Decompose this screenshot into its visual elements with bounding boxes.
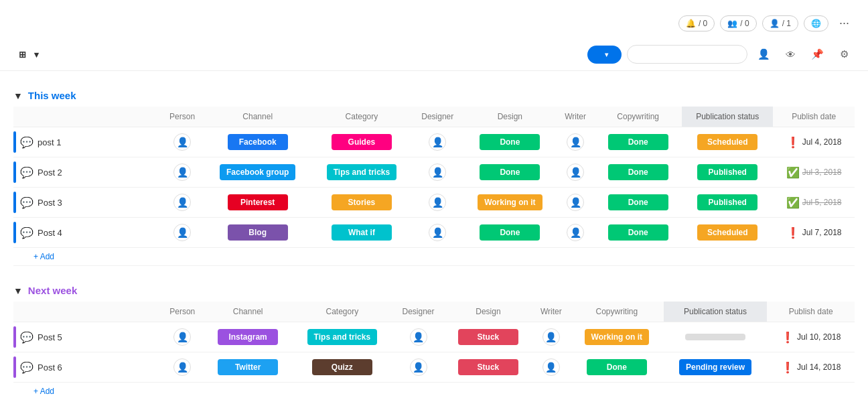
row-writer-cell[interactable]: 👤 bbox=[557, 157, 594, 188]
row-copywriting-cell[interactable]: Working on it bbox=[570, 322, 664, 352]
notifications-badge[interactable]: 🔔 / 0 bbox=[678, 15, 715, 31]
chat-icon[interactable]: 💬 bbox=[20, 136, 33, 149]
row-category-cell[interactable]: Tips and tricks bbox=[292, 322, 392, 352]
row-person-cell[interactable]: 👤 bbox=[161, 352, 204, 383]
row-category-cell[interactable]: Tips and tricks bbox=[311, 157, 412, 188]
chat-icon[interactable]: 💬 bbox=[20, 331, 33, 344]
group-collapse-arrow[interactable]: ▼ bbox=[13, 90, 23, 101]
row-writer-cell[interactable]: 👤 bbox=[557, 188, 594, 218]
group-title-this-week[interactable]: This week bbox=[28, 90, 76, 101]
add-row[interactable]: + Add bbox=[13, 383, 855, 401]
row-channel-cell[interactable]: Instagram bbox=[204, 322, 291, 352]
row-publication-status-cell[interactable] bbox=[664, 322, 768, 352]
add-row-cell[interactable]: + Add bbox=[13, 248, 855, 266]
row-writer-cell[interactable]: 👤 bbox=[557, 218, 594, 248]
table-selector[interactable]: ⊞ ▾ bbox=[13, 46, 44, 64]
row-design-cell[interactable]: Done bbox=[463, 127, 557, 157]
row-publication-status-cell[interactable]: Scheduled bbox=[682, 218, 773, 248]
chat-icon[interactable]: 💬 bbox=[20, 226, 33, 239]
row-channel-cell[interactable]: Facebook bbox=[204, 127, 311, 157]
avatar: 👤 bbox=[567, 224, 584, 241]
publication-status-tag: Pending review bbox=[679, 359, 751, 375]
chat-icon[interactable]: 💬 bbox=[20, 166, 33, 179]
new-item-button[interactable]: ▾ bbox=[587, 46, 622, 64]
row-publish-date-cell[interactable]: ✅Jul 3, 2018 bbox=[773, 157, 855, 188]
row-design-cell[interactable]: Stuck bbox=[444, 352, 532, 383]
table-row: 💬Post 5👤InstagramTips and tricks👤Stuck👤W… bbox=[13, 322, 855, 352]
publish-date-label: Jul 3, 2018 bbox=[802, 168, 842, 177]
row-person-cell[interactable]: 👤 bbox=[161, 188, 204, 218]
add-row[interactable]: + Add bbox=[13, 248, 855, 266]
col-header-designer: Designer bbox=[392, 302, 444, 322]
row-design-cell[interactable]: Done bbox=[463, 218, 557, 248]
row-category-cell[interactable]: Quizz bbox=[292, 352, 392, 383]
row-person-cell[interactable]: 👤 bbox=[161, 218, 204, 248]
row-writer-cell[interactable]: 👤 bbox=[532, 322, 570, 352]
table-grid-icon: ⊞ bbox=[19, 50, 26, 60]
row-design-cell[interactable]: Working on it bbox=[463, 188, 557, 218]
row-designer-cell[interactable]: 👤 bbox=[412, 188, 463, 218]
teams-badge[interactable]: 👥 / 0 bbox=[720, 15, 756, 31]
row-category-cell[interactable]: Guides bbox=[311, 127, 412, 157]
row-writer-cell[interactable]: 👤 bbox=[557, 127, 594, 157]
row-writer-cell[interactable]: 👤 bbox=[532, 352, 570, 383]
row-designer-cell[interactable]: 👤 bbox=[412, 218, 463, 248]
row-design-cell[interactable]: Done bbox=[463, 157, 557, 188]
row-channel-cell[interactable]: Blog bbox=[204, 218, 311, 248]
row-publication-status-cell[interactable]: Published bbox=[682, 157, 773, 188]
row-publish-date-cell[interactable]: ❗Jul 10, 2018 bbox=[767, 322, 855, 352]
row-copywriting-cell[interactable]: Done bbox=[594, 127, 682, 157]
row-designer-cell[interactable]: 👤 bbox=[392, 322, 444, 352]
row-person-cell[interactable]: 👤 bbox=[161, 157, 204, 188]
row-person-cell[interactable]: 👤 bbox=[161, 322, 204, 352]
members-badge[interactable]: 👤 / 1 bbox=[762, 15, 798, 31]
row-category-cell[interactable]: Stories bbox=[311, 188, 412, 218]
row-designer-cell[interactable]: 👤 bbox=[392, 352, 444, 383]
row-category-cell[interactable]: What if bbox=[311, 218, 412, 248]
search-input[interactable] bbox=[627, 45, 747, 64]
row-channel-cell[interactable]: Pinterest bbox=[204, 188, 311, 218]
row-publication-status-cell[interactable]: Scheduled bbox=[682, 127, 773, 157]
design-tag: Done bbox=[480, 134, 540, 150]
row-publication-status-cell[interactable]: Published bbox=[682, 188, 773, 218]
row-person-cell[interactable]: 👤 bbox=[161, 127, 204, 157]
row-design-cell[interactable]: Stuck bbox=[444, 322, 532, 352]
table-row: 💬Post 4👤BlogWhat if👤Done👤DoneScheduled❗J… bbox=[13, 218, 855, 248]
chat-icon[interactable]: 💬 bbox=[20, 361, 33, 374]
more-button[interactable]: ··· bbox=[834, 13, 855, 33]
row-publish-date-cell[interactable]: ✅Jul 5, 2018 bbox=[773, 188, 855, 218]
row-publish-date-cell[interactable]: ❗Jul 7, 2018 bbox=[773, 218, 855, 248]
col-header-writer: Writer bbox=[532, 302, 570, 322]
filter-icon-btn[interactable]: ⚙ bbox=[833, 44, 855, 65]
design-tag: Stuck bbox=[458, 359, 518, 375]
group-next-week: ▼Next weekPersonChannelCategoryDesignerD… bbox=[13, 279, 855, 400]
chat-icon[interactable]: 💬 bbox=[20, 196, 33, 209]
group-title-next-week[interactable]: Next week bbox=[28, 285, 77, 296]
row-designer-cell[interactable]: 👤 bbox=[412, 157, 463, 188]
row-channel-cell[interactable]: Facebook group bbox=[204, 157, 311, 188]
eye-icon-btn[interactable]: 👁 bbox=[780, 44, 801, 65]
design-tag: Done bbox=[480, 224, 540, 241]
avatar: 👤 bbox=[567, 133, 584, 151]
row-color-bar bbox=[13, 222, 16, 243]
row-copywriting-cell[interactable]: Done bbox=[594, 188, 682, 218]
row-designer-cell[interactable]: 👤 bbox=[412, 127, 463, 157]
group-collapse-arrow[interactable]: ▼ bbox=[13, 285, 23, 296]
row-copywriting-cell[interactable]: Done bbox=[570, 352, 664, 383]
row-copywriting-cell[interactable]: Done bbox=[594, 218, 682, 248]
globe-badge[interactable]: 🌐 bbox=[804, 15, 828, 31]
group-header-next-week: ▼Next week bbox=[13, 279, 855, 302]
pin-icon-btn[interactable]: 📌 bbox=[806, 44, 828, 65]
row-copywriting-cell[interactable]: Done bbox=[594, 157, 682, 188]
publication-status-tag bbox=[685, 334, 745, 340]
row-publish-date-cell[interactable]: ❗Jul 14, 2018 bbox=[767, 352, 855, 383]
row-publish-date-cell[interactable]: ❗Jul 4, 2018 bbox=[773, 127, 855, 157]
publish-date-label: Jul 4, 2018 bbox=[802, 137, 842, 147]
row-publication-status-cell[interactable]: Pending review bbox=[664, 352, 768, 383]
add-row-cell[interactable]: + Add bbox=[13, 383, 855, 401]
person-icon-btn[interactable]: 👤 bbox=[753, 44, 774, 65]
row-channel-cell[interactable]: Twitter bbox=[204, 352, 291, 383]
col-header-name bbox=[13, 107, 161, 127]
table-row: 💬Post 3👤PinterestStories👤Working on it👤D… bbox=[13, 188, 855, 218]
avatar: 👤 bbox=[173, 194, 191, 211]
